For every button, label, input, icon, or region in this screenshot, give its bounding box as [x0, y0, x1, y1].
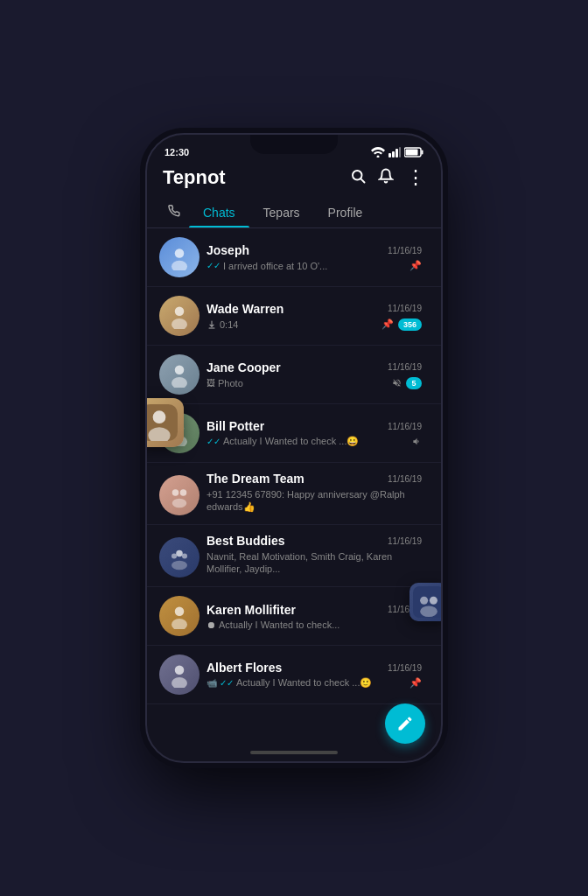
svg-point-12 — [175, 307, 185, 317]
chat-date-joseph: 11/16/19 — [388, 246, 422, 256]
popup-avatar-wade-large — [145, 398, 184, 447]
home-bar — [250, 751, 338, 754]
badge-wade: 356 — [398, 318, 422, 331]
tab-phone[interactable] — [159, 198, 189, 228]
phone-notch — [250, 135, 338, 154]
avatar-buddies — [159, 537, 200, 578]
status-time: 12:30 — [164, 147, 189, 158]
badge-jane: 5 — [406, 377, 422, 389]
chat-content-jane: Jane Cooper 11/16/19 🖼 Photo 5 — [200, 360, 429, 389]
chat-preview-joseph: ✓✓ I arrived office at 10 O'... — [206, 261, 410, 271]
svg-point-25 — [172, 561, 187, 570]
svg-line-9 — [360, 178, 364, 182]
chat-name-dream: The Dream Team — [206, 472, 304, 486]
battery-icon — [404, 147, 424, 158]
search-icon[interactable] — [350, 168, 366, 188]
chat-preview-wade: 0:14 — [206, 319, 382, 330]
svg-rect-3 — [396, 149, 398, 158]
chat-content-karen: Karen Mollifiter 11/16/19 ⏺ Actually I W… — [200, 603, 429, 630]
wifi-icon — [371, 147, 385, 158]
svg-rect-4 — [399, 147, 401, 158]
chat-content-dream: The Dream Team 11/16/19 +91 12345 67890:… — [200, 472, 429, 514]
chat-date-wade: 11/16/19 — [388, 304, 422, 313]
avatar-jane — [159, 354, 200, 395]
chat-date-dream: 11/16/19 — [388, 474, 422, 484]
chat-item-albert[interactable]: Albert Flores 11/16/19 📹 ✓✓ Actually I W… — [147, 646, 441, 704]
chat-name-jane: Jane Cooper — [206, 360, 281, 374]
chat-content-bill: Bill Potter 11/16/19 ✓✓ Actually I Wante… — [200, 419, 429, 447]
svg-point-31 — [153, 411, 166, 424]
svg-point-23 — [176, 550, 183, 557]
chat-name-buddies: Best Buddies — [206, 534, 284, 548]
status-icons — [371, 147, 424, 158]
chat-item-dream[interactable]: The Dream Team 11/16/19 +91 12345 67890:… — [147, 463, 441, 525]
svg-point-29 — [172, 677, 187, 688]
svg-point-10 — [175, 248, 185, 258]
svg-point-26 — [175, 607, 185, 617]
svg-point-35 — [430, 597, 438, 605]
tab-tepars[interactable]: Tepars — [249, 199, 314, 227]
new-chat-fab[interactable] — [385, 704, 425, 744]
svg-point-36 — [420, 606, 438, 618]
svg-point-13 — [172, 318, 187, 329]
popup-avatar-buddies-large — [410, 583, 443, 621]
signal-icon — [388, 147, 401, 158]
chat-preview-buddies: Navnit, Real Motivation, Smith Craig, Ka… — [206, 550, 422, 576]
home-indicator — [147, 744, 441, 761]
svg-point-11 — [172, 261, 187, 270]
chat-name-karen: Karen Mollifiter — [206, 603, 296, 617]
svg-point-22 — [172, 554, 177, 559]
chat-item-jane[interactable]: Jane Cooper 11/16/19 🖼 Photo 5 — [147, 346, 441, 404]
chat-name-albert: Albert Flores — [206, 661, 282, 675]
svg-rect-2 — [392, 151, 395, 158]
tab-profile[interactable]: Profile — [314, 199, 377, 227]
header-icons: ⋮ — [350, 168, 425, 188]
svg-point-27 — [172, 619, 187, 629]
svg-point-20 — [180, 489, 187, 496]
svg-point-28 — [175, 666, 185, 676]
avatar-joseph — [159, 237, 200, 277]
svg-point-16 — [172, 377, 187, 388]
chat-meta-joseph: 📌 — [410, 260, 422, 271]
svg-point-34 — [420, 597, 428, 605]
tab-chats[interactable]: Chats — [189, 199, 249, 227]
svg-rect-14 — [209, 327, 215, 328]
chat-item-karen[interactable]: Karen Mollifiter 11/16/19 ⏺ Actually I W… — [147, 587, 441, 646]
chat-name-wade: Wade Warren — [206, 302, 284, 316]
chat-date-jane: 11/16/19 — [388, 362, 422, 372]
app-header: Tepnot ⋮ — [147, 161, 441, 198]
tabs-bar: Chats Tepars Profile — [147, 198, 441, 228]
app-title: Tepnot — [163, 166, 226, 189]
chat-list: Joseph 11/16/19 ✓✓ I arrived office at 1… — [147, 228, 441, 744]
chat-meta-albert: 📌 — [410, 677, 422, 689]
chat-preview-dream: +91 12345 67890: Happy anniversary @Ralp… — [206, 488, 422, 514]
chat-item-wade[interactable]: Wade Warren 11/16/19 0:14 📌 356 — [147, 287, 441, 346]
avatar-albert — [159, 654, 200, 695]
more-icon[interactable]: ⋮ — [406, 168, 425, 187]
chat-content-wade: Wade Warren 11/16/19 0:14 📌 356 — [200, 302, 429, 331]
svg-point-24 — [182, 554, 187, 559]
bell-icon[interactable] — [378, 168, 394, 188]
chat-preview-karen: ⏺ Actually I Wanted to check... — [206, 620, 422, 630]
phone-frame: 12:30 Tepnot — [145, 133, 443, 763]
svg-rect-7 — [406, 150, 418, 156]
svg-rect-1 — [388, 153, 391, 158]
chat-content-joseph: Joseph 11/16/19 ✓✓ I arrived office at 1… — [200, 243, 429, 271]
chat-content-buddies: Best Buddies 11/16/19 Navnit, Real Motiv… — [200, 534, 429, 576]
svg-point-0 — [377, 156, 380, 158]
svg-point-21 — [172, 499, 187, 508]
svg-point-19 — [172, 489, 179, 496]
svg-point-15 — [175, 366, 185, 375]
chat-content-albert: Albert Flores 11/16/19 📹 ✓✓ Actually I W… — [200, 661, 429, 689]
chat-item-buddies[interactable]: Best Buddies 11/16/19 Navnit, Real Motiv… — [147, 525, 441, 587]
chat-item-joseph[interactable]: Joseph 11/16/19 ✓✓ I arrived office at 1… — [147, 228, 441, 287]
mute-icon-jane — [392, 378, 402, 388]
volume-icon-bill — [412, 437, 422, 446]
chat-name-bill: Bill Potter — [206, 419, 264, 433]
chat-name-joseph: Joseph — [206, 243, 249, 257]
chat-meta-wade: 📌 356 — [382, 318, 422, 331]
chat-meta-bill — [412, 437, 422, 446]
avatar-karen — [159, 596, 200, 636]
chat-preview-bill: ✓✓ Actually I Wanted to check ...😀 — [206, 436, 412, 447]
chat-item-bill[interactable]: Bill Potter 11/16/19 ✓✓ Actually I Wante… — [147, 404, 441, 463]
